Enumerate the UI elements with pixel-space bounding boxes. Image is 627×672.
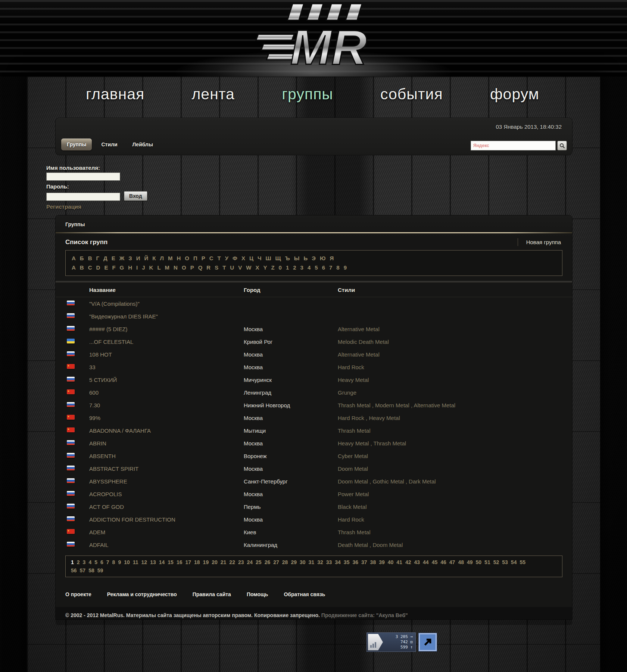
pagination-page[interactable]: 6 — [100, 559, 103, 565]
band-name-link[interactable]: ##### (5 DIEZ) — [89, 326, 244, 332]
style-link[interactable]: Alternative Metal — [338, 351, 380, 358]
footer-link-pomosch[interactable]: Помощь — [247, 591, 268, 597]
pagination-page[interactable]: 36 — [352, 559, 358, 565]
alphabet-letter[interactable]: R — [206, 264, 210, 271]
band-name-link[interactable]: 5 СТИХИЙ — [89, 377, 244, 383]
tab-leybly[interactable]: Лейблы — [127, 139, 159, 150]
pagination-page[interactable]: 50 — [476, 559, 482, 565]
pagination-page[interactable]: 12 — [141, 559, 147, 565]
pagination-page[interactable]: 59 — [97, 567, 103, 573]
alphabet-letter[interactable]: С — [209, 255, 213, 261]
stats-arrow-badge[interactable] — [418, 633, 437, 651]
style-link[interactable]: Thrash Metal — [338, 402, 371, 408]
alphabet-letter[interactable]: L — [157, 264, 160, 271]
pagination-page[interactable]: 40 — [388, 559, 394, 565]
pagination-page[interactable]: 16 — [177, 559, 183, 565]
style-link[interactable]: Thrash Metal — [338, 427, 371, 434]
alphabet-letter[interactable]: 9 — [344, 264, 347, 271]
alphabet-letter[interactable]: Х — [241, 255, 245, 261]
alphabet-letter[interactable]: Л — [160, 255, 164, 261]
band-name-link[interactable]: 600 — [89, 389, 244, 396]
pagination-page[interactable]: 56 — [71, 567, 77, 573]
alphabet-letter[interactable]: 2 — [293, 264, 296, 271]
alphabet-letter[interactable]: M — [165, 264, 170, 271]
style-link[interactable]: Heavy Metal — [338, 440, 369, 447]
password-field[interactable] — [46, 193, 120, 201]
pagination-page[interactable]: 52 — [493, 559, 499, 565]
footer-link-o-proekte[interactable]: О проекте — [65, 591, 91, 597]
pagination-page[interactable]: 26 — [265, 559, 271, 565]
alphabet-letter[interactable]: Q — [198, 264, 203, 271]
style-link[interactable]: Grunge — [338, 389, 356, 396]
nav-item-lenta[interactable]: лента — [191, 85, 235, 103]
style-link[interactable]: Gothic Metal — [372, 478, 404, 485]
alphabet-letter[interactable]: E — [104, 264, 108, 271]
pagination-page[interactable]: 45 — [432, 559, 438, 565]
alphabet-letter[interactable]: И — [136, 255, 140, 261]
alphabet-letter[interactable]: 0 — [279, 264, 282, 271]
style-link[interactable]: Thrash Metal — [338, 529, 371, 535]
style-link[interactable]: Melodic Death Metal — [338, 339, 389, 345]
pagination-page[interactable]: 31 — [309, 559, 315, 565]
pagination-page[interactable]: 15 — [168, 559, 174, 565]
tab-gruppy[interactable]: Группы — [61, 139, 92, 150]
alphabet-letter[interactable]: В — [88, 255, 92, 261]
band-name-link[interactable]: ACROPOLIS — [89, 491, 244, 497]
nav-item-gruppy[interactable]: группы — [282, 85, 333, 103]
pagination-page[interactable]: 43 — [414, 559, 420, 565]
pagination-page[interactable]: 48 — [458, 559, 464, 565]
pagination-page[interactable]: 19 — [203, 559, 209, 565]
alphabet-letter[interactable]: 6 — [322, 264, 325, 271]
alphabet-letter[interactable]: Я — [330, 255, 334, 261]
alphabet-letter[interactable]: Т — [218, 255, 221, 261]
style-link[interactable]: Power Metal — [338, 491, 369, 497]
alphabet-letter[interactable]: P — [190, 264, 194, 271]
alphabet-letter[interactable]: 8 — [336, 264, 339, 271]
pagination-page[interactable]: 32 — [317, 559, 323, 565]
alphabet-letter[interactable]: Б — [80, 255, 84, 261]
alphabet-letter[interactable]: Y — [263, 264, 267, 271]
pagination-page[interactable]: 20 — [212, 559, 218, 565]
alphabet-letter[interactable]: Z — [271, 264, 274, 271]
pagination-page[interactable]: 46 — [440, 559, 446, 565]
pagination-page[interactable]: 10 — [124, 559, 130, 565]
pagination-page[interactable]: 38 — [370, 559, 376, 565]
pagination-page[interactable]: 47 — [449, 559, 455, 565]
pagination-page[interactable]: 4 — [88, 559, 91, 565]
style-link[interactable]: Death Metal — [338, 542, 368, 548]
alphabet-letter[interactable]: X — [255, 264, 259, 271]
alphabet-letter[interactable]: S — [215, 264, 218, 271]
alphabet-letter[interactable]: З — [128, 255, 132, 261]
search-input[interactable] — [471, 141, 555, 150]
band-name-link[interactable]: ADEM — [89, 529, 244, 535]
alphabet-letter[interactable]: Щ — [275, 255, 281, 261]
style-link[interactable]: Black Metal — [338, 504, 367, 510]
alphabet-letter[interactable]: Г — [96, 255, 99, 261]
pagination-page[interactable]: 23 — [238, 559, 244, 565]
footer-link-pravila[interactable]: Правила сайта — [193, 591, 231, 597]
alphabet-letter[interactable]: N — [174, 264, 178, 271]
pagination-page[interactable]: 33 — [326, 559, 332, 565]
band-name-link[interactable]: 33 — [89, 364, 244, 370]
alphabet-letter[interactable]: П — [193, 255, 197, 261]
nav-item-glavnaya[interactable]: главная — [86, 85, 144, 103]
style-link[interactable]: Modern Metal — [375, 402, 409, 408]
alphabet-letter[interactable]: 3 — [300, 264, 303, 271]
alphabet-letter[interactable]: B — [80, 264, 84, 271]
pagination-page[interactable]: 51 — [484, 559, 490, 565]
alphabet-letter[interactable]: 5 — [315, 264, 318, 271]
alphabet-letter[interactable]: C — [88, 264, 92, 271]
pagination-page[interactable]: 1 — [71, 559, 74, 565]
band-name-link[interactable]: 7.30 — [89, 402, 244, 408]
alphabet-letter[interactable]: D — [96, 264, 100, 271]
band-name-link[interactable]: ABSTRACT SPIRIT — [89, 466, 244, 472]
alphabet-letter[interactable]: Ш — [265, 255, 271, 261]
new-group-button[interactable]: Новая группа — [518, 238, 562, 246]
pagination-page[interactable]: 37 — [361, 559, 367, 565]
pagination-page[interactable]: 28 — [282, 559, 288, 565]
liveinternet-counter-badge[interactable]: 3 205 →742 ⊡599 ↑ — [366, 632, 416, 652]
style-link[interactable]: Hard Rock — [338, 364, 364, 370]
alphabet-letter[interactable]: У — [225, 255, 228, 261]
style-link[interactable]: Hard Rock — [338, 516, 364, 523]
style-link[interactable]: Doom Metal — [338, 478, 368, 485]
